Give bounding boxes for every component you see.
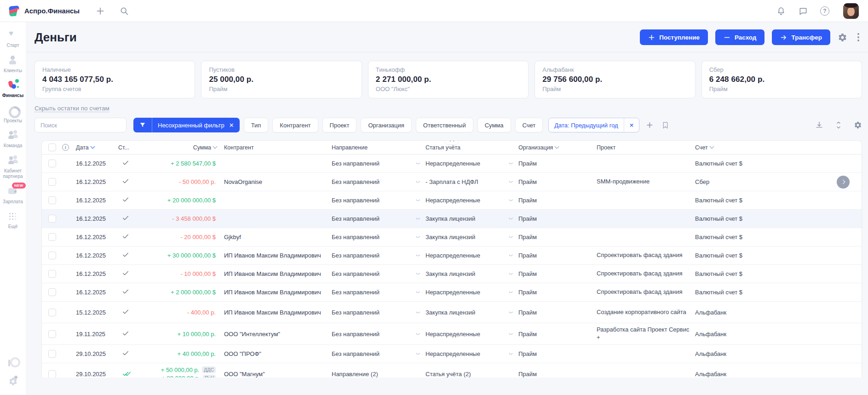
article-dropdown-icon[interactable] xyxy=(503,255,518,256)
direction-dropdown-icon[interactable] xyxy=(410,236,425,238)
action-button[interactable]: Трансфер xyxy=(772,29,830,45)
search-input[interactable] xyxy=(34,118,126,132)
table-settings-gear-icon[interactable] xyxy=(854,121,862,129)
filter-chip[interactable]: Проект xyxy=(322,118,357,132)
article-dropdown-icon[interactable] xyxy=(503,181,518,183)
filter-funnel-icon[interactable] xyxy=(133,118,152,132)
row-checkbox[interactable] xyxy=(48,196,56,204)
article-dropdown-icon[interactable] xyxy=(503,218,518,219)
direction-dropdown-icon[interactable] xyxy=(410,163,425,164)
article-dropdown-icon[interactable] xyxy=(503,163,518,164)
action-button[interactable]: Поступление xyxy=(640,29,708,45)
date-filter-close-icon[interactable]: ✕ xyxy=(624,118,639,132)
column-header-contragent[interactable]: Контрагент xyxy=(217,144,332,151)
table-row[interactable]: 16.12.2025+ 2 000 000,00 $ИП Иванов Макс… xyxy=(42,283,862,302)
filter-chip[interactable]: Сумма xyxy=(477,118,511,132)
sidebar-item[interactable]: Зарплата NEW xyxy=(0,186,26,205)
sidebar-item[interactable]: Финансы xyxy=(0,80,26,99)
direction-dropdown-icon[interactable] xyxy=(410,218,425,219)
table-row[interactable]: 16.12.2025- 50 000,00 р.NovaOrganiseБез … xyxy=(42,173,862,191)
direction-dropdown-icon[interactable] xyxy=(410,333,425,335)
filter-chip[interactable]: Контрагент xyxy=(272,118,318,132)
article-dropdown-icon[interactable] xyxy=(503,353,518,355)
column-header-direction[interactable]: Направление xyxy=(332,144,410,151)
column-header-article[interactable]: Статья учёта xyxy=(425,144,503,151)
column-header-amount[interactable]: Сумма xyxy=(144,144,217,151)
row-checkbox[interactable] xyxy=(48,233,56,241)
more-options-kebab-icon[interactable] xyxy=(857,36,859,38)
open-row-chevron-button[interactable] xyxy=(837,176,850,189)
article-dropdown-icon[interactable] xyxy=(503,200,518,201)
table-row[interactable]: 29.10.2025+ 50 000,00 р.ДДС+ 80 000,00 р… xyxy=(42,363,862,378)
sidebar-item[interactable]: Ещё xyxy=(0,211,26,230)
notifications-bell-icon[interactable] xyxy=(776,6,786,16)
date-filter-chip[interactable]: Дата: Предыдущий год ✕ xyxy=(548,118,639,132)
account-card[interactable]: Пустиков 25 000,00 р. Прайм xyxy=(201,61,362,98)
article-dropdown-icon[interactable] xyxy=(503,236,518,238)
sidebar-item[interactable]: Проекты xyxy=(0,105,26,124)
expand-rows-icon[interactable] xyxy=(834,121,843,129)
account-card[interactable]: Наличные 4 043 165 077,50 р. Группа счет… xyxy=(34,61,195,98)
search-icon[interactable] xyxy=(119,6,129,16)
filter-chip[interactable]: Тип xyxy=(244,118,269,132)
unsaved-filter-close-icon[interactable]: ✕ xyxy=(228,122,240,129)
direction-dropdown-icon[interactable] xyxy=(410,312,425,313)
row-checkbox[interactable] xyxy=(48,309,56,316)
direction-dropdown-icon[interactable] xyxy=(410,353,425,355)
row-checkbox[interactable] xyxy=(48,370,56,378)
row-checkbox[interactable] xyxy=(48,350,56,358)
sidebar-item[interactable]: Клиенты xyxy=(0,55,26,74)
article-dropdown-icon[interactable] xyxy=(503,333,518,335)
sidebar-item[interactable]: Старт xyxy=(0,29,26,49)
sidebar-item[interactable]: Кабинет партнера xyxy=(0,155,26,180)
column-header-date[interactable]: Дата xyxy=(76,144,118,151)
table-row[interactable]: 29.10.2025+ 40 000,00 р.ООО "ПРОФ"Без на… xyxy=(42,345,862,363)
row-checkbox[interactable] xyxy=(48,215,56,223)
direction-dropdown-icon[interactable] xyxy=(410,292,425,293)
row-checkbox[interactable] xyxy=(48,330,56,338)
filter-chip[interactable]: Организация xyxy=(361,118,411,132)
direction-dropdown-icon[interactable] xyxy=(410,200,425,201)
table-row[interactable]: 16.12.2025+ 20 000 000,00 $Без направлен… xyxy=(42,191,862,210)
create-icon[interactable] xyxy=(95,6,105,16)
row-checkbox[interactable] xyxy=(48,252,56,259)
direction-dropdown-icon[interactable] xyxy=(410,255,425,256)
unsaved-filter-pill[interactable]: Несохраненный фильтр ✕ xyxy=(133,118,240,132)
filter-chip[interactable]: Ответственный xyxy=(416,118,473,132)
column-header-project[interactable]: Проект xyxy=(597,144,695,151)
table-row[interactable]: 19.11.2025+ 10 000,00 р.ООО "Интеллектум… xyxy=(42,323,862,345)
column-header-status[interactable]: Ст... xyxy=(118,144,144,151)
action-button[interactable]: Расход xyxy=(715,29,765,45)
direction-dropdown-icon[interactable] xyxy=(410,181,425,183)
user-avatar[interactable] xyxy=(843,3,859,19)
table-row[interactable]: 16.12.2025+ 2 580 547,00 $Без направлени… xyxy=(42,155,862,173)
row-checkbox[interactable] xyxy=(48,270,56,278)
table-row[interactable]: 16.12.2025- 20 000,00 $GjkbyfБез направл… xyxy=(42,228,862,246)
account-card[interactable]: Тинькофф 2 271 000,00 р. ООО "Люкс" xyxy=(368,61,529,98)
export-download-icon[interactable] xyxy=(815,121,823,129)
account-card[interactable]: Сбер 6 248 662,00 р. Прайм xyxy=(701,61,862,98)
money-settings-gear-icon[interactable] xyxy=(838,33,847,42)
sidebar-item[interactable]: Команда xyxy=(0,130,26,149)
info-icon[interactable] xyxy=(62,144,69,151)
row-checkbox[interactable] xyxy=(48,160,56,167)
direction-dropdown-icon[interactable] xyxy=(410,273,425,275)
column-header-account[interactable]: Счет xyxy=(695,144,837,151)
column-header-organization[interactable]: Организация xyxy=(518,144,597,151)
sidebar-settings-gear-icon[interactable] xyxy=(8,377,18,388)
row-checkbox[interactable] xyxy=(48,288,56,296)
partner-program-icon[interactable] xyxy=(8,357,17,366)
article-dropdown-icon[interactable] xyxy=(503,292,518,293)
table-row[interactable]: 16.12.2025- 10 000,00 $ИП Иванов Максим … xyxy=(42,265,862,283)
hide-balances-link[interactable]: Скрыть остатки по счетам xyxy=(34,105,109,112)
add-filter-icon[interactable]: + xyxy=(646,120,653,131)
table-row[interactable]: 15.12.2025- 400,00 р.ИП Иванов Максим Вл… xyxy=(42,302,862,323)
row-checkbox[interactable] xyxy=(48,178,56,186)
table-row[interactable]: 16.12.2025- 3 458 000,00 $Без направлени… xyxy=(42,210,862,228)
article-dropdown-icon[interactable] xyxy=(503,312,518,313)
messages-icon[interactable] xyxy=(798,6,808,16)
help-icon[interactable] xyxy=(820,6,829,16)
select-all-checkbox[interactable] xyxy=(48,143,56,151)
filter-chip[interactable]: Счет xyxy=(515,118,543,132)
table-row[interactable]: 16.12.2025+ 30 000 000,00 $ИП Иванов Мак… xyxy=(42,246,862,265)
